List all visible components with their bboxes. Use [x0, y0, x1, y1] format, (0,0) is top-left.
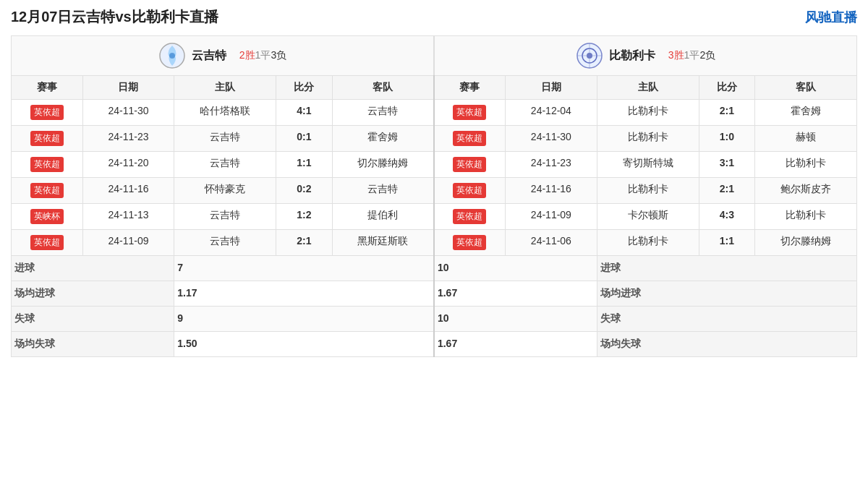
main-data-table: 赛事 日期 主队 比分 客队 赛事 日期 主队 比分 客队 英依超 24-11-…	[11, 75, 857, 357]
right-date: 24-11-23	[506, 152, 597, 178]
left-home: 云吉特	[174, 126, 276, 152]
left-event-badge: 英峡杯	[12, 204, 83, 230]
team-header-row: 云吉特 2胜1平3负 比勒利卡 3胜1平2负	[11, 35, 857, 75]
left-event-label: 英依超	[30, 183, 64, 198]
left-away: 云吉特	[332, 100, 434, 126]
right-score: 1:1	[699, 230, 754, 256]
left-home: 怀特豪克	[174, 178, 276, 204]
right-score: 2:1	[699, 100, 754, 126]
left-team-header: 云吉特 2胜1平3负	[12, 36, 433, 75]
svg-point-1	[169, 53, 175, 59]
avg-conceded-row: 场均失球 1.50 1.67 场均失球	[12, 332, 857, 357]
left-team-record: 2胜1平3负	[239, 49, 286, 62]
left-event-label: 英依超	[30, 235, 64, 250]
right-event-label: 英依超	[453, 209, 486, 224]
left-score: 4:1	[276, 100, 332, 126]
left-draws: 1平	[255, 49, 271, 61]
left-date: 24-11-23	[82, 126, 174, 152]
right-conceded-value: 10	[434, 307, 597, 332]
left-header-score: 比分	[276, 76, 332, 100]
right-header-home: 主队	[597, 76, 699, 100]
right-wins: 3胜	[668, 49, 684, 61]
right-event-label: 英依超	[453, 157, 486, 172]
left-score: 0:1	[276, 126, 332, 152]
left-away: 霍舍姆	[332, 126, 434, 152]
right-home: 比勒利卡	[597, 178, 699, 204]
left-event-label: 英依超	[30, 105, 64, 120]
goals-row: 进球 7 10 进球	[12, 256, 857, 281]
table-row: 英依超 24-11-30 哈什塔格联 4:1 云吉特 英依超 24-12-04 …	[12, 100, 857, 126]
right-header-away: 客队	[755, 76, 857, 100]
left-losses: 3负	[271, 49, 286, 61]
right-event-badge: 英依超	[434, 178, 506, 204]
right-home: 比勒利卡	[597, 100, 699, 126]
left-score: 1:1	[276, 152, 332, 178]
left-wins: 2胜	[239, 49, 255, 61]
left-home: 云吉特	[174, 230, 276, 256]
right-date: 24-11-09	[506, 204, 597, 230]
conceded-row: 失球 9 10 失球	[12, 307, 857, 332]
right-date: 24-11-06	[506, 230, 597, 256]
page-title: 12月07日云吉特vs比勒利卡直播	[11, 7, 218, 27]
table-row: 英峡杯 24-11-13 云吉特 1:2 提伯利 英依超 24-11-09 卡尔…	[12, 204, 857, 230]
right-score: 1:0	[699, 126, 754, 152]
left-header-event: 赛事	[12, 76, 83, 100]
right-event-label: 英依超	[453, 183, 486, 198]
left-header-away: 客队	[332, 76, 434, 100]
table-row: 英依超 24-11-20 云吉特 1:1 切尔滕纳姆 英依超 24-11-23 …	[12, 152, 857, 178]
left-away: 切尔滕纳姆	[332, 152, 434, 178]
right-home: 比勒利卡	[597, 126, 699, 152]
right-losses: 2负	[699, 49, 715, 61]
left-conceded-value: 9	[174, 307, 434, 332]
right-away: 切尔滕纳姆	[755, 230, 857, 256]
right-team-logo	[576, 42, 603, 69]
left-score: 1:2	[276, 204, 332, 230]
right-event-label: 英依超	[453, 235, 486, 250]
right-score: 2:1	[699, 178, 754, 204]
left-avg-goals-value: 1.17	[174, 281, 434, 307]
right-away: 比勒利卡	[755, 204, 857, 230]
left-home: 云吉特	[174, 204, 276, 230]
title-bar: 12月07日云吉特vs比勒利卡直播 风驰直播	[11, 7, 857, 27]
left-goals-value: 7	[174, 256, 434, 281]
right-date: 24-12-04	[506, 100, 597, 126]
left-away: 提伯利	[332, 204, 434, 230]
right-away: 霍舍姆	[755, 100, 857, 126]
right-team-name: 比勒利卡	[609, 48, 655, 64]
left-team-name: 云吉特	[192, 48, 226, 64]
avg-goals-row: 场均进球 1.17 1.67 场均进球	[12, 281, 857, 307]
left-date: 24-11-30	[82, 100, 174, 126]
right-date: 24-11-30	[506, 126, 597, 152]
left-header-date: 日期	[82, 76, 174, 100]
left-event-label: 英峡杯	[30, 209, 64, 224]
table-row: 英依超 24-11-09 云吉特 2:1 黑斯廷斯联 英依超 24-11-06 …	[12, 230, 857, 256]
left-event-badge: 英依超	[12, 178, 83, 204]
match-rows: 英依超 24-11-30 哈什塔格联 4:1 云吉特 英依超 24-12-04 …	[12, 100, 857, 256]
right-event-badge: 英依超	[434, 152, 506, 178]
left-header-home: 主队	[174, 76, 276, 100]
right-event-badge: 英依超	[434, 204, 506, 230]
right-event-badge: 英依超	[434, 230, 506, 256]
right-home: 比勒利卡	[597, 230, 699, 256]
left-home: 云吉特	[174, 152, 276, 178]
right-goals-value: 10	[434, 256, 597, 281]
left-date: 24-11-20	[82, 152, 174, 178]
stats-rows: 进球 7 10 进球 场均进球 1.17 1.67 场均进球 失球 9 10 失…	[12, 256, 857, 357]
right-event-badge: 英依超	[434, 100, 506, 126]
left-event-badge: 英依超	[12, 230, 83, 256]
left-goals-label: 进球	[12, 256, 174, 281]
left-date: 24-11-13	[82, 204, 174, 230]
right-score: 3:1	[699, 152, 754, 178]
right-event-label: 英依超	[453, 131, 486, 146]
left-avg-conceded-label: 场均失球	[12, 332, 174, 357]
left-away: 黑斯廷斯联	[332, 230, 434, 256]
right-event-label: 英依超	[453, 105, 486, 120]
column-header-row: 赛事 日期 主队 比分 客队 赛事 日期 主队 比分 客队	[12, 76, 857, 100]
right-header-event: 赛事	[434, 76, 506, 100]
right-goals-label: 进球	[597, 256, 856, 281]
left-away: 云吉特	[332, 178, 434, 204]
right-team-header: 比勒利卡 3胜1平2负	[435, 36, 856, 75]
left-conceded-label: 失球	[12, 307, 174, 332]
left-date: 24-11-09	[82, 230, 174, 256]
left-score: 0:2	[276, 178, 332, 204]
